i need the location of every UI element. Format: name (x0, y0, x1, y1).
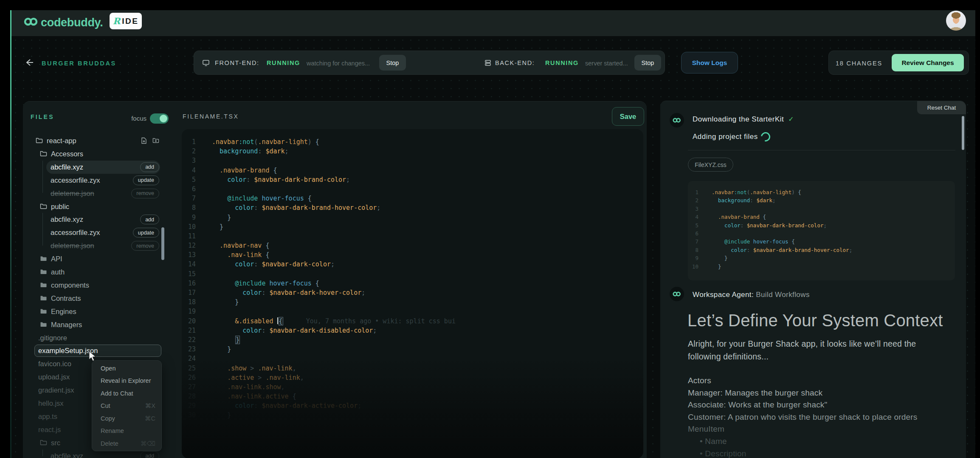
chat-list-item: • Name (700, 437, 727, 446)
folder-open-icon (40, 203, 47, 210)
sidebar-scrollbar[interactable] (161, 227, 164, 260)
folder-icon (40, 255, 47, 263)
change-badge-add: add (140, 162, 159, 172)
frontend-status: RUNNING (267, 59, 300, 66)
file-name: .gitignore (38, 334, 67, 342)
monitor-icon (202, 59, 210, 67)
backend-label: BACK-END: (495, 59, 535, 66)
tree-item-exampleSetup.json[interactable]: exampleSetup.json (23, 344, 183, 357)
tree-item-accessorfile.zyx[interactable]: accessorfile.zyxupdate (23, 226, 183, 239)
backend-stop-button[interactable]: Stop (634, 55, 661, 71)
backend-status: RUNNING (545, 59, 579, 66)
change-badge-add: add (140, 215, 159, 224)
file-name: abcfile.xyz (51, 163, 83, 171)
focus-label: focus (125, 115, 146, 122)
backend-detail: server started... (585, 60, 628, 67)
file-name: auth (51, 268, 65, 276)
review-changes-button[interactable]: Review Changes (892, 54, 964, 71)
file-name: components (51, 281, 89, 289)
file-name: Accessors (51, 150, 83, 158)
save-button[interactable]: Save (612, 107, 644, 126)
focus-toggle[interactable] (150, 113, 169, 124)
tree-item-deleteme.json[interactable]: deleteme.jsonremove (23, 239, 183, 252)
file-name: upload.jsx (38, 373, 70, 381)
folder-icon (40, 308, 47, 315)
file-name: abcfile.xyz (51, 215, 83, 223)
context-menu-item-delete[interactable]: Delete⌘⌫ (92, 437, 161, 450)
code-editor[interactable]: 1.navbar:not(.navbar-light) {2 backgroun… (182, 129, 643, 458)
new-folder-icon (152, 137, 159, 144)
tree-item-Accessors[interactable]: Accessors (23, 147, 183, 161)
file-name: deleteme.json (51, 189, 94, 198)
tree-item-components[interactable]: components (23, 279, 183, 292)
change-badge-remove: remove (131, 241, 159, 251)
chat-list-item: Manager: Manages the burger shack (688, 388, 822, 398)
chat-list-item: Associate: Works at the burger shack" (688, 400, 828, 410)
folder-icon (40, 269, 47, 276)
new-file-icon (141, 137, 147, 144)
show-logs-button[interactable]: Show Logs (681, 52, 738, 74)
file-name: Contracts (51, 294, 81, 303)
folder-open-icon (40, 150, 47, 158)
folder-icon (40, 295, 47, 302)
chat-panel: Reset Chat Downloading the StarterKit✓ A… (660, 101, 966, 458)
file-name: Managers (51, 321, 82, 329)
editor-fade (182, 359, 643, 458)
tree-item-API[interactable]: API (23, 252, 183, 266)
context-menu-item-reveal-in-explorer[interactable]: Reveal in Explorer (92, 375, 161, 387)
tree-item-Contracts[interactable]: Contracts (23, 292, 183, 305)
context-menu-item-rename[interactable]: Rename (92, 425, 161, 438)
tree-item-abcfile.xyz[interactable]: abcfile.xyzadd (23, 213, 183, 226)
tree-item-deleteme.json[interactable]: deleteme.jsonremove (23, 187, 183, 200)
context-menu-item-add-to-chat[interactable]: Add to Chat (92, 387, 161, 400)
folder-open-icon (40, 439, 47, 447)
tree-item-react-app[interactable]: react-app (23, 134, 183, 147)
change-badge-add: add (140, 451, 159, 458)
frontend-label: FRONT-END: (215, 59, 259, 66)
app-window: codebuddy. R IDE BURGER BRUDDAS FRONT-EN… (0, 0, 980, 458)
brand-name: codebuddy. (41, 16, 103, 29)
file-name: src (51, 439, 60, 447)
file-name: accessorfile.zyx (51, 229, 100, 237)
file-name: public (51, 203, 69, 211)
file-name: react.js (38, 426, 61, 434)
tree-item-public[interactable]: public (23, 200, 183, 213)
folder-icon (40, 321, 47, 328)
file-name: abcfile.xyz (51, 452, 83, 458)
toggle-knob (160, 115, 167, 122)
chat-list-item: • Description (700, 449, 746, 458)
mouse-cursor (88, 351, 97, 362)
chat-list-item: Actors (688, 376, 711, 385)
change-badge-remove: remove (131, 189, 159, 198)
open-file-name: FILENAME.TSX (183, 113, 239, 120)
file-name: API (51, 255, 62, 263)
file-name: favicon.ico (38, 360, 71, 368)
frontend-stop-button[interactable]: Stop (379, 55, 406, 71)
context-menu-item-copy[interactable]: Copy⌘C (92, 412, 161, 425)
app-header (11, 10, 975, 36)
file-name: accessorfile.zyx (51, 176, 100, 184)
file-name: react-app (47, 137, 76, 145)
context-menu-item-cut[interactable]: Cut⌘X (92, 400, 161, 413)
file-name: Engines (51, 308, 76, 316)
context-menu: OpenReveal in ExplorerAdd to ChatCut⌘XCo… (92, 360, 162, 451)
folder-icon (40, 282, 47, 289)
user-avatar[interactable] (946, 11, 966, 31)
changes-count: 18 CHANGES (836, 60, 882, 67)
tree-item-Managers[interactable]: Managers (23, 318, 183, 331)
change-badge-update: update (133, 228, 159, 237)
tree-item-auth[interactable]: auth (23, 266, 183, 279)
pencil-scribble-icon: R (113, 16, 120, 26)
tree-item-accessorfile.zyx[interactable]: accessorfile.zyxupdate (23, 174, 183, 187)
tree-item-abcfile.xyz[interactable]: abcfile.xyzadd (23, 161, 183, 174)
folder-open-icon (36, 137, 43, 144)
frontend-detail: watching for changes... (307, 60, 370, 67)
tree-item-Engines[interactable]: Engines (23, 305, 183, 318)
context-menu-item-open[interactable]: Open (92, 362, 161, 375)
file-name: gradient.jsx (38, 386, 74, 394)
project-name[interactable]: BURGER BRUDDAS (42, 60, 116, 67)
server-icon (484, 59, 492, 67)
back-arrow-icon[interactable] (25, 58, 34, 67)
tree-item-.gitignore[interactable]: .gitignore (23, 331, 183, 345)
tree-actions[interactable] (141, 137, 162, 144)
